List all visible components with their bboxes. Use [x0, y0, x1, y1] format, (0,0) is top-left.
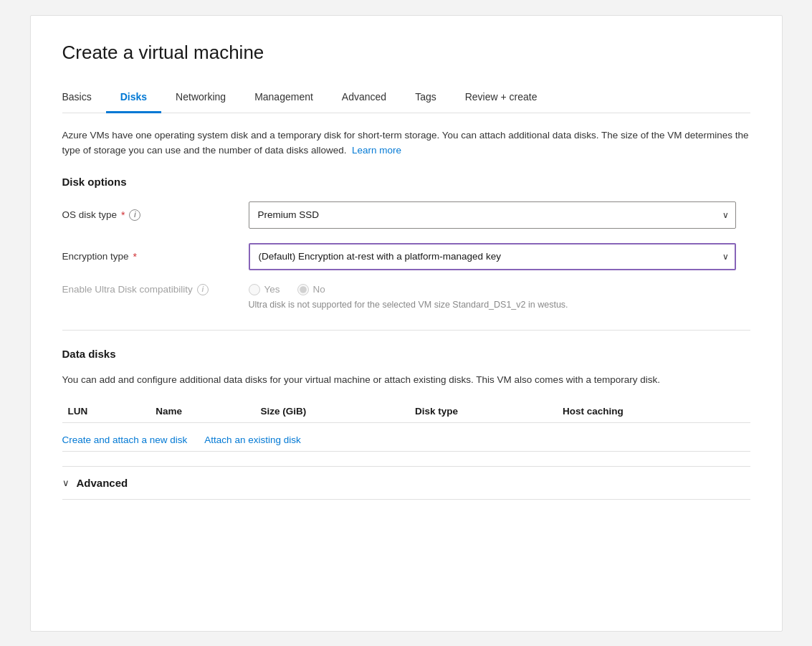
ultra-disk-control: Yes No: [249, 284, 736, 295]
advanced-section-label: Advanced: [77, 477, 128, 489]
learn-more-link[interactable]: Learn more: [352, 145, 401, 156]
tab-tags[interactable]: Tags: [401, 84, 451, 113]
tab-bar: Basics Disks Networking Management Advan…: [62, 84, 750, 113]
ultra-disk-no-radio[interactable]: [297, 284, 309, 295]
advanced-chevron-icon: ∨: [62, 478, 70, 488]
os-disk-type-label: OS disk type * i: [62, 209, 249, 221]
attach-existing-disk-link[interactable]: Attach an existing disk: [204, 434, 300, 445]
encryption-type-select-wrapper: (Default) Encryption at-rest with a plat…: [249, 243, 736, 270]
col-disk-type: Disk type: [409, 400, 557, 423]
tab-management[interactable]: Management: [240, 84, 328, 113]
section-divider: [62, 330, 750, 331]
data-disks-table-header: LUN Name Size (GiB) Disk type Host cachi…: [62, 400, 750, 423]
os-disk-required-marker: *: [121, 209, 125, 221]
tab-networking[interactable]: Networking: [161, 84, 240, 113]
encryption-required-marker: *: [133, 251, 137, 262]
create-attach-disk-link[interactable]: Create and attach a new disk: [62, 434, 188, 445]
table-header-row: LUN Name Size (GiB) Disk type Host cachi…: [62, 400, 750, 423]
encryption-type-label: Encryption type *: [62, 251, 249, 262]
tab-description: Azure VMs have one operating system disk…: [62, 128, 750, 158]
disk-options-title: Disk options: [62, 176, 750, 188]
page-title: Create a virtual machine: [62, 42, 750, 64]
ultra-disk-info-icon[interactable]: i: [197, 284, 209, 295]
os-disk-info-icon[interactable]: i: [129, 209, 140, 221]
col-name: Name: [150, 400, 254, 423]
tab-review-create[interactable]: Review + create: [451, 84, 552, 113]
os-disk-type-select[interactable]: Premium SSD Standard SSD Standard HDD: [249, 201, 736, 229]
ultra-disk-yes-radio[interactable]: [249, 284, 260, 295]
ultra-disk-radio-group: Yes No: [249, 284, 736, 295]
data-disks-section: Data disks You can add and configure add…: [62, 348, 750, 452]
disk-options-section: Disk options OS disk type * i Premium SS…: [62, 176, 750, 313]
encryption-type-row: Encryption type * (Default) Encryption a…: [62, 242, 750, 271]
data-disks-description: You can add and configure additional dat…: [62, 373, 672, 387]
os-disk-type-select-wrapper: Premium SSD Standard SSD Standard HDD ∨: [249, 201, 736, 229]
data-disks-title: Data disks: [62, 348, 750, 360]
os-disk-type-control: Premium SSD Standard SSD Standard HDD ∨: [249, 201, 736, 229]
col-lun: LUN: [62, 400, 151, 423]
tab-basics[interactable]: Basics: [62, 84, 106, 113]
advanced-section-header[interactable]: ∨ Advanced: [62, 466, 750, 500]
ultra-disk-row: Enable Ultra Disk compatibility i Yes No: [62, 284, 750, 313]
ultra-disk-no-option[interactable]: No: [297, 284, 325, 295]
ultra-disk-label: Enable Ultra Disk compatibility i: [62, 284, 249, 295]
encryption-type-control: (Default) Encryption at-rest with a plat…: [249, 243, 736, 270]
col-size: Size (GiB): [254, 400, 409, 423]
data-disks-table: LUN Name Size (GiB) Disk type Host cachi…: [62, 400, 750, 423]
encryption-type-select[interactable]: (Default) Encryption at-rest with a plat…: [249, 243, 736, 270]
advanced-section: ∨ Advanced: [62, 466, 750, 500]
col-host-caching: Host caching: [557, 400, 750, 423]
main-card: Create a virtual machine Basics Disks Ne…: [30, 15, 783, 632]
os-disk-type-row: OS disk type * i Premium SSD Standard SS…: [62, 201, 750, 229]
table-actions: Create and attach a new disk Attach an e…: [62, 434, 750, 452]
ultra-disk-note: Ultra disk is not supported for the sele…: [249, 300, 568, 310]
tab-disks[interactable]: Disks: [106, 84, 161, 113]
tab-advanced[interactable]: Advanced: [328, 84, 401, 113]
ultra-disk-yes-option[interactable]: Yes: [249, 284, 280, 295]
